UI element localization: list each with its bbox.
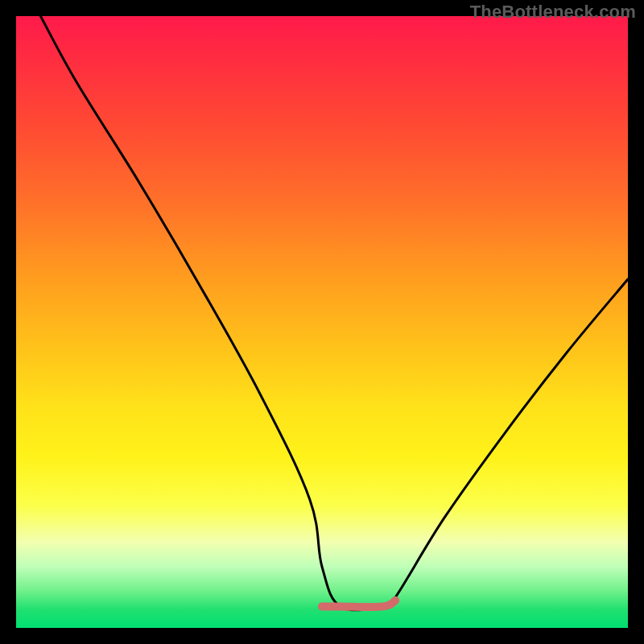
curve-layer [16,16,628,628]
chart-frame: TheBottleneck.com [0,0,644,644]
plot-area [16,16,628,628]
flat-bottom-highlight-path [322,601,395,607]
bottleneck-curve-path [40,16,628,610]
watermark-text: TheBottleneck.com [470,2,636,23]
